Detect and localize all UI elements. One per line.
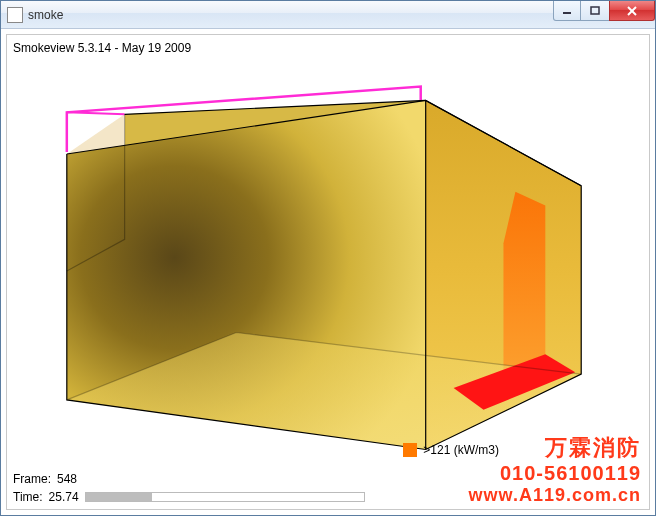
- window-title: smoke: [28, 8, 63, 22]
- fire-column: [503, 192, 545, 382]
- time-value: 25.74: [49, 489, 79, 505]
- time-label: Time:: [13, 489, 43, 505]
- open-boundary-outline-2: [67, 112, 125, 114]
- close-icon: [626, 5, 638, 17]
- minimize-icon: [562, 7, 572, 15]
- maximize-button[interactable]: [581, 1, 609, 21]
- titlebar[interactable]: smoke: [1, 1, 655, 29]
- window-controls: [553, 1, 655, 21]
- frame-label: Frame:: [13, 471, 51, 487]
- client-area: Smokeview 5.3.14 - May 19 2009: [6, 34, 650, 510]
- time-row: Time: 25.74: [13, 489, 365, 505]
- scene-svg: [7, 35, 649, 509]
- legend: >121 (kW/m3): [403, 443, 499, 457]
- app-window: smoke Smokeview 5.3.14 - May 19 2009: [0, 0, 656, 516]
- viewport-3d[interactable]: [7, 35, 649, 509]
- svg-rect-1: [591, 7, 599, 14]
- close-button[interactable]: [609, 1, 655, 21]
- maximize-icon: [590, 6, 600, 16]
- minimize-button[interactable]: [553, 1, 581, 21]
- time-slider-fill: [86, 493, 153, 501]
- legend-swatch: [403, 443, 417, 457]
- status-area: Frame: 548 Time: 25.74: [13, 469, 365, 505]
- frame-row: Frame: 548: [13, 471, 365, 487]
- frame-value: 548: [57, 471, 77, 487]
- time-slider[interactable]: [85, 492, 365, 502]
- app-icon: [7, 7, 23, 23]
- legend-label: >121 (kW/m3): [423, 443, 499, 457]
